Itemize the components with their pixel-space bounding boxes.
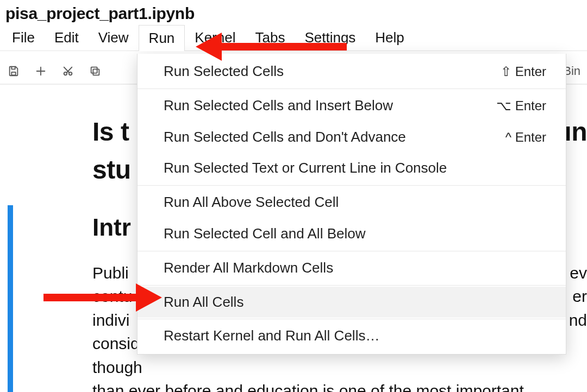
menuitem-label: Run All Above Selected Cell <box>164 193 339 212</box>
menu-separator <box>138 285 566 286</box>
annotation-arrow-to-run-all <box>43 283 162 312</box>
save-icon[interactable] <box>7 64 21 78</box>
cut-icon[interactable] <box>61 64 75 78</box>
menuitem-render-markdown[interactable]: Render All Markdown Cells <box>138 252 566 284</box>
menuitem-shortcut: ^ Enter <box>505 129 546 146</box>
menuitem-label: Run All Cells <box>164 293 243 312</box>
text-fragment: nd <box>569 308 587 332</box>
text-fragment: Publi <box>92 264 129 282</box>
heading-fragment: Is t <box>92 117 129 146</box>
menuitem-run-text-console[interactable]: Run Selected Text or Current Line in Con… <box>138 153 566 184</box>
menuitem-run-insert-below[interactable]: Run Selected Cells and Insert Below ⌥ En… <box>138 90 566 122</box>
menuitem-run-all-above[interactable]: Run All Above Selected Cell <box>138 187 566 218</box>
arrow-body <box>43 294 136 301</box>
menu-separator <box>138 88 566 89</box>
svg-rect-0 <box>11 72 15 75</box>
arrow-body <box>222 43 347 50</box>
copy-icon[interactable] <box>88 64 102 78</box>
menu-separator <box>138 251 566 251</box>
cell-selection-bar <box>8 205 13 392</box>
arrow-head-icon <box>196 33 222 61</box>
menuitem-label: Run Selected Cells and Insert Below <box>164 97 393 115</box>
menuitem-shortcut: ⇧ Enter <box>501 63 546 80</box>
text-fragment: ev <box>570 261 587 285</box>
menu-edit[interactable]: Edit <box>45 25 89 50</box>
text-fragment: er <box>572 284 587 308</box>
heading-fragment: stu <box>92 155 131 184</box>
menu-help[interactable]: Help <box>365 25 414 50</box>
menu-run[interactable]: Run <box>139 25 185 51</box>
add-cell-icon[interactable] <box>34 64 48 78</box>
menuitem-label: Restart Kernel and Run All Cells… <box>164 327 379 345</box>
svg-rect-4 <box>91 67 97 73</box>
menuitem-shortcut: ⌥ Enter <box>496 97 546 114</box>
menuitem-run-all-cells[interactable]: Run All Cells <box>138 287 566 318</box>
menuitem-run-cell-all-below[interactable]: Run Selected Cell and All Below <box>138 218 566 250</box>
notebook-paragraph: than ever before and education is one of… <box>92 379 587 392</box>
menu-view[interactable]: View <box>89 25 139 50</box>
heading-fragment: ın <box>564 113 587 151</box>
menuitem-label: Render All Markdown Cells <box>164 259 333 277</box>
menuitem-run-no-advance[interactable]: Run Selected Cells and Don't Advance ^ E… <box>138 122 566 153</box>
annotation-arrow-to-run-menu <box>196 33 347 61</box>
menuitem-restart-run-all[interactable]: Restart Kernel and Run All Cells… <box>138 320 566 352</box>
run-menu-dropdown: Run Selected Cells ⇧ Enter Run Selected … <box>137 54 566 355</box>
menuitem-label: Run Selected Cell and All Below <box>164 225 365 243</box>
menu-separator <box>138 185 566 186</box>
arrow-head-icon <box>136 283 162 312</box>
notebook-title: pisa_project_part1.ipynb <box>0 0 587 25</box>
text-fragment: indivi <box>92 311 129 329</box>
menuitem-label: Run Selected Cells and Don't Advance <box>164 128 406 147</box>
menuitem-label: Run Selected Text or Current Line in Con… <box>164 159 447 178</box>
menu-file[interactable]: File <box>2 25 45 50</box>
svg-rect-3 <box>93 69 99 75</box>
menuitem-label: Run Selected Cells <box>164 62 284 81</box>
menu-separator <box>138 319 566 319</box>
